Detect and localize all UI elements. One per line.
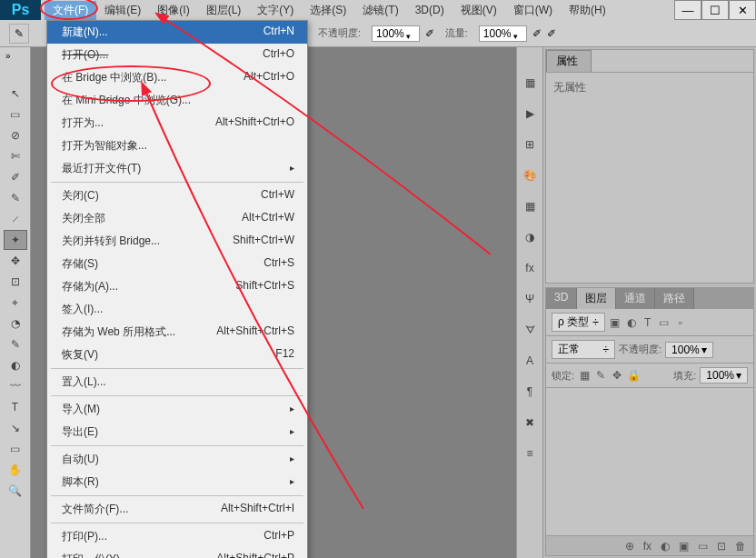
toolbox-expand-icon[interactable]: » [5, 51, 11, 61]
tool-2[interactable]: ⊘ [4, 125, 27, 145]
tool-10[interactable]: ⌖ [4, 293, 27, 313]
panel-tab-通道[interactable]: 通道 [616, 288, 655, 309]
menuitem-14[interactable]: 存储为 Web 所用格式...Alt+Shift+Ctrl+S [47, 321, 307, 344]
menuitem-17[interactable]: 置入(L)... [47, 371, 307, 394]
dock-icon-4[interactable]: ▦ [520, 196, 540, 216]
menuitem-5[interactable]: 打开为智能对象... [47, 135, 307, 157]
tool-1[interactable]: ▭ [4, 105, 27, 125]
blend-mode-select[interactable]: 正常 ÷ [552, 340, 615, 359]
airbrush-icon[interactable]: ✐ [532, 27, 542, 40]
dock-icon-5[interactable]: ◑ [520, 227, 540, 247]
layer-kind-filter[interactable]: ρ 类型 ÷ [552, 313, 605, 332]
menuitem-1[interactable]: 打开(O)...Ctrl+O [47, 44, 307, 66]
menu-选择[interactable]: 选择(S) [302, 1, 354, 20]
filter-pixel-icon[interactable]: ▣ [609, 316, 622, 329]
menuitem-6[interactable]: 最近打开文件(T) [47, 157, 307, 180]
tool-6[interactable]: ⟋ [4, 209, 27, 229]
menuitem-11[interactable]: 存储(S)Ctrl+S [47, 253, 307, 275]
dock-icon-7[interactable]: Ψ [520, 289, 540, 309]
tool-4[interactable]: ✐ [4, 167, 27, 187]
menu-编辑[interactable]: 编辑(E) [96, 1, 149, 20]
flow-field[interactable]: 100% [479, 25, 527, 42]
menu-滤镜[interactable]: 滤镜(T) [354, 1, 406, 20]
menuitem-2[interactable]: 在 Bridge 中浏览(B)...Alt+Ctrl+O [47, 66, 307, 89]
menu-3d[interactable]: 3D(D) [407, 2, 453, 18]
menuitem-15[interactable]: 恢复(V)F12 [47, 344, 307, 366]
tool-13[interactable]: ◐ [4, 355, 27, 375]
tool-15[interactable]: T [4, 397, 27, 417]
menu-图像[interactable]: 图像(I) [149, 1, 197, 20]
menuitem-27[interactable]: 打印(P)...Ctrl+P [47, 525, 307, 548]
pressure-opacity-icon[interactable]: ✐ [425, 27, 434, 40]
menuitem-0[interactable]: 新建(N)...Ctrl+N [47, 21, 307, 44]
close-button[interactable]: ✕ [729, 0, 756, 20]
layer-opacity-field[interactable]: 100%▾ [665, 342, 713, 358]
dock-icon-8[interactable]: ᗊ [520, 320, 540, 340]
lock-transparent-icon[interactable]: ▦ [578, 369, 591, 382]
menuitem-8[interactable]: 关闭(C)Ctrl+W [47, 184, 307, 207]
menuitem-12[interactable]: 存储为(A)...Shift+Ctrl+S [47, 275, 307, 298]
current-tool-icon[interactable]: ✎ [9, 24, 29, 44]
layer-footer-icon-3[interactable]: ▣ [679, 540, 689, 553]
panel-tab-路径[interactable]: 路径 [655, 288, 694, 309]
tool-12[interactable]: ✎ [4, 334, 27, 354]
layers-list[interactable] [546, 388, 753, 535]
minimize-button[interactable]: — [674, 0, 701, 20]
tool-8[interactable]: ✥ [4, 251, 27, 271]
dock-icon-10[interactable]: ¶ [520, 382, 540, 402]
menu-帮助[interactable]: 帮助(H) [561, 1, 614, 20]
dock-icon-0[interactable]: ▦ [520, 73, 540, 93]
menuitem-9[interactable]: 关闭全部Alt+Ctrl+W [47, 207, 307, 230]
menu-文件[interactable]: 文件(F) [45, 1, 96, 20]
menu-视图[interactable]: 视图(V) [453, 1, 505, 20]
dock-icon-2[interactable]: ⊞ [520, 135, 540, 154]
tool-0[interactable]: ↖ [4, 84, 27, 104]
dock-icon-12[interactable]: ≡ [520, 443, 540, 463]
layer-footer-icon-4[interactable]: ▭ [698, 540, 708, 553]
tool-16[interactable]: ↘ [4, 418, 27, 438]
filter-adjust-icon[interactable]: ◐ [625, 316, 638, 329]
tool-7[interactable]: ✦ [4, 230, 27, 250]
filter-shape-icon[interactable]: ▭ [658, 316, 671, 329]
filter-smart-icon[interactable]: ▫ [674, 316, 687, 329]
dock-icon-6[interactable]: fx [520, 258, 540, 278]
menuitem-23[interactable]: 脚本(R) [47, 471, 307, 493]
lock-paint-icon[interactable]: ✎ [594, 369, 607, 382]
layer-footer-icon-5[interactable]: ⊡ [717, 540, 726, 553]
lock-position-icon[interactable]: ✥ [611, 369, 623, 382]
menu-窗口[interactable]: 窗口(W) [505, 1, 561, 20]
panel-tab-图层[interactable]: 图层 [577, 288, 616, 309]
pressure-size-icon[interactable]: ✐ [547, 27, 556, 40]
properties-tab[interactable]: 属性 [546, 50, 592, 72]
menu-文字[interactable]: 文字(Y) [249, 1, 302, 20]
dock-icon-9[interactable]: A [520, 351, 540, 371]
maximize-button[interactable]: ☐ [701, 0, 729, 20]
dock-icon-11[interactable]: ✖ [520, 413, 540, 433]
menuitem-25[interactable]: 文件简介(F)...Alt+Shift+Ctrl+I [47, 498, 307, 521]
layer-footer-icon-0[interactable]: ⊕ [625, 540, 634, 553]
menuitem-20[interactable]: 导出(E) [47, 421, 307, 443]
tool-17[interactable]: ▭ [4, 439, 27, 459]
menuitem-13[interactable]: 签入(I)... [47, 298, 307, 321]
tool-19[interactable]: 🔍 [4, 481, 27, 501]
tool-11[interactable]: ◔ [4, 314, 27, 334]
tool-14[interactable]: 〰 [4, 376, 27, 396]
menuitem-10[interactable]: 关闭并转到 Bridge...Shift+Ctrl+W [47, 230, 307, 253]
menuitem-19[interactable]: 导入(M) [47, 398, 307, 421]
panel-tab-3D[interactable]: 3D [546, 288, 577, 309]
layer-footer-icon-6[interactable]: 🗑 [735, 540, 746, 553]
lock-all-icon[interactable]: 🔒 [627, 369, 640, 382]
menuitem-4[interactable]: 打开为...Alt+Shift+Ctrl+O [47, 112, 307, 135]
layer-fill-field[interactable]: 100%▾ [700, 367, 748, 384]
menuitem-22[interactable]: 自动(U) [47, 448, 307, 471]
menuitem-28[interactable]: 打印一份(Y)Alt+Shift+Ctrl+P [47, 548, 307, 558]
tool-18[interactable]: ✋ [4, 460, 27, 480]
layer-footer-icon-1[interactable]: fx [643, 540, 652, 553]
tool-5[interactable]: ✎ [4, 188, 27, 208]
dock-icon-1[interactable]: ▶ [520, 104, 540, 124]
opacity-field[interactable]: 100% [372, 25, 420, 42]
tool-9[interactable]: ⊡ [4, 272, 27, 292]
filter-type-icon[interactable]: T [642, 316, 654, 329]
menu-图层[interactable]: 图层(L) [198, 1, 250, 20]
layer-footer-icon-2[interactable]: ◐ [661, 540, 670, 553]
